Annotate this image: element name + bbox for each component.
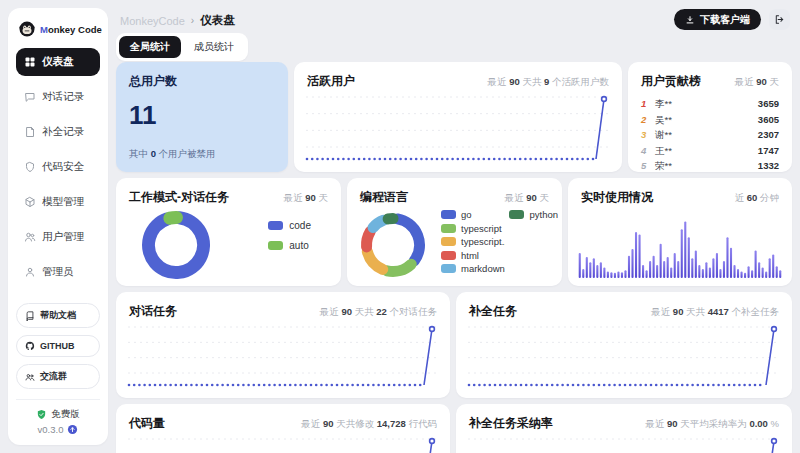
card-title: 工作模式-对话任务 [129, 189, 229, 206]
completion-tasks-chart [466, 322, 782, 390]
contribution-row: 3谢**2307 [641, 128, 779, 141]
legend-item-html[interactable]: html [441, 250, 505, 261]
rank-number: 1 [641, 97, 655, 110]
download-client-button[interactable]: 下载客户端 [674, 9, 761, 30]
sidebar-link-community[interactable]: 交流群 [16, 364, 100, 389]
sidebar-item-label: 对话记录 [42, 90, 84, 104]
contribution-row: 1李**3659 [641, 97, 779, 110]
monkey-logo-icon [18, 20, 36, 38]
languages-card: 编程语言 最近 90 天 gotypescripttypescript...ht… [347, 178, 562, 286]
sidebar-item-code-security[interactable]: 代码安全 [16, 153, 100, 181]
code-lines-card: 代码量 最近 90 天共修改 14,728 行代码 [116, 404, 450, 453]
card-title: 补全任务 [469, 303, 517, 320]
adoption-rate-chart [466, 434, 782, 453]
sidebar-item-chat-records[interactable]: 对话记录 [16, 83, 100, 111]
legend-item-code[interactable]: code [268, 220, 311, 231]
download-icon [685, 15, 695, 25]
legend-chip [268, 241, 283, 250]
contribution-row: 2吴**3605 [641, 113, 779, 126]
tab-member-stats[interactable]: 成员统计 [183, 36, 245, 58]
realtime-usage-card: 实时使用情况 近 60 分钟 [568, 178, 792, 286]
total-users-value: 11 [129, 102, 275, 128]
breadcrumb-current: 仪表盘 [200, 13, 235, 28]
sidebar-item-label: 代码安全 [42, 160, 84, 174]
contribution-row: 5荣**1332 [641, 159, 779, 172]
legend-chip [441, 224, 456, 233]
active-users-card: 活跃用户 最近 90 天共 9 个活跃用户数 [294, 62, 622, 172]
contribution-value: 2307 [758, 128, 779, 141]
legend-chip [268, 221, 283, 230]
book-icon [25, 311, 35, 321]
chat-tasks-chart [126, 322, 440, 390]
active-users-chart [304, 92, 612, 164]
contribution-row: 4王**1747 [641, 144, 779, 157]
legend-item-typescript[interactable]: typescript [441, 223, 505, 234]
sidebar: Monkey Code 仪表盘对话记录补全记录代码安全模型管理用户管理管理员 帮… [8, 8, 108, 445]
card-subtitle: 最近 90 天 [284, 192, 328, 205]
breadcrumb-separator: › [191, 15, 194, 26]
contribution-value: 3605 [758, 113, 779, 126]
legend-chip [441, 251, 456, 260]
contribution-card: 用户贡献榜 最近 90 天 1李**36592吴**36053谢**23074王… [628, 62, 792, 172]
total-users-card: 总用户数 11 其中 0 个用户被禁用 [116, 62, 288, 172]
languages-legend: gotypescripttypescript...htmlmarkdownpyt… [441, 208, 558, 276]
github-icon [25, 341, 35, 351]
legend-item-auto[interactable]: auto [268, 240, 311, 251]
legend-label: python [529, 209, 558, 220]
breadcrumb-root[interactable]: MonkeyCode [120, 15, 185, 27]
logout-button[interactable] [769, 9, 790, 30]
card-subtitle: 最近 90 天共 22 个对话任务 [320, 306, 437, 319]
rank-number: 4 [641, 144, 655, 157]
card-subtitle: 最近 90 天共修改 14,728 行代码 [301, 418, 437, 431]
sidebar-link-help-docs[interactable]: 帮助文档 [16, 303, 100, 328]
realtime-bar-chart [578, 204, 782, 280]
sidebar-link-github[interactable]: GITHUB [16, 335, 100, 357]
logout-icon [774, 14, 785, 25]
download-label: 下载客户端 [700, 13, 750, 27]
card-subtitle: 最近 90 天共 4417 个补全任务 [651, 306, 779, 319]
legend-chip [509, 210, 524, 219]
sidebar-nav: 仪表盘对话记录补全记录代码安全模型管理用户管理管理员 [16, 48, 100, 286]
brand-name: Monkey Code [40, 24, 102, 35]
sidebar-item-label: 补全记录 [42, 125, 84, 139]
card-title: 补全任务采纳率 [469, 415, 553, 432]
contribution-list: 1李**36592吴**36053谢**23074王**17475荣**1332 [641, 97, 779, 172]
dashboard-icon [24, 56, 36, 68]
header-actions: 下载客户端 [674, 9, 790, 30]
total-users-note: 其中 0 个用户被禁用 [129, 148, 216, 161]
rank-number: 3 [641, 128, 655, 141]
sidebar-item-label: 模型管理 [42, 195, 84, 209]
card-title: 代码量 [129, 415, 165, 432]
sidebar-item-completion-records[interactable]: 补全记录 [16, 118, 100, 146]
version-label: v0.3.0 [38, 424, 79, 435]
work-mode-donut-chart [140, 210, 212, 280]
sidebar-item-dashboard[interactable]: 仪表盘 [16, 48, 100, 76]
user-name: 吴** [655, 113, 758, 126]
legend-item-typescript[interactable]: typescript... [441, 236, 505, 247]
sidebar-link-label: 交流群 [40, 370, 67, 383]
edition-label: 免费版 [51, 408, 80, 421]
card-title: 用户贡献榜 [641, 73, 701, 90]
legend-chip [441, 237, 456, 246]
legend-chip [441, 264, 456, 273]
sidebar-link-label: GITHUB [40, 341, 75, 351]
legend-item-python[interactable]: python [509, 209, 558, 220]
card-title: 编程语言 [360, 189, 408, 206]
card-subtitle: 最近 90 天 [505, 192, 549, 205]
tab-global-stats[interactable]: 全局统计 [119, 36, 181, 58]
adoption-rate-card: 补全任务采纳率 最近 90 天平均采纳率为 0.00 % [456, 404, 792, 453]
work-mode-legend: codeauto [268, 220, 311, 251]
rank-number: 2 [641, 113, 655, 126]
user-name: 荣** [655, 159, 758, 172]
languages-donut-chart [359, 212, 427, 278]
sidebar-item-admin[interactable]: 管理员 [16, 258, 100, 286]
sidebar-item-model-management[interactable]: 模型管理 [16, 188, 100, 216]
contribution-value: 3659 [758, 97, 779, 110]
sidebar-item-label: 用户管理 [42, 230, 84, 244]
edition-badge: 免费版 [36, 408, 80, 421]
legend-item-markdown[interactable]: markdown [441, 263, 505, 274]
legend-item-go[interactable]: go [441, 209, 505, 220]
update-icon[interactable] [67, 424, 78, 435]
brand-logo: Monkey Code [16, 18, 100, 48]
sidebar-item-user-management[interactable]: 用户管理 [16, 223, 100, 251]
